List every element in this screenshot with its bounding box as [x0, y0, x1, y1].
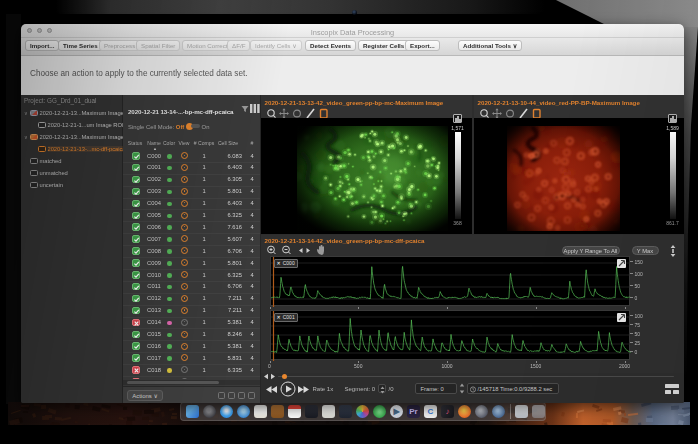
accepted-check-icon[interactable] [132, 331, 140, 339]
dock-icon-textedit[interactable] [322, 405, 335, 418]
view-cell-icon[interactable] [181, 200, 188, 207]
toolbar-button-additional-tools[interactable]: Additional Tools ∨ [458, 40, 522, 51]
view-cell-icon[interactable] [181, 331, 188, 338]
view-cell-icon[interactable] [181, 295, 188, 302]
view-cell-icon[interactable] [181, 259, 188, 266]
colorbar[interactable] [455, 132, 461, 219]
zoom-out-icon[interactable] [282, 246, 290, 254]
cell-color-swatch[interactable] [167, 321, 172, 326]
cell-color-swatch[interactable] [167, 344, 172, 349]
cell-row-C019[interactable]: C01915.8124 [123, 376, 260, 379]
cell-color-swatch[interactable] [167, 190, 172, 195]
toolbar-button-spatial-filter[interactable]: Spatial Filter [136, 40, 180, 51]
frame-field[interactable]: Frame: 0 [415, 383, 457, 394]
view-cell-icon[interactable] [181, 152, 188, 159]
dock-icon-notes[interactable] [254, 405, 267, 418]
rate-label[interactable]: Rate 1x [313, 386, 334, 392]
rect-roi-icon[interactable] [533, 110, 540, 119]
cell-color-swatch[interactable] [167, 261, 172, 266]
view-cell-icon[interactable] [181, 378, 188, 379]
accepted-check-icon[interactable] [132, 235, 140, 243]
frame-stepper[interactable] [459, 383, 465, 394]
dock-icon-photos[interactable] [356, 405, 369, 418]
scrubber-knob[interactable] [282, 374, 287, 379]
image-canvas[interactable]: 1,571368 [261, 118, 472, 234]
line-roi-icon[interactable] [307, 109, 314, 118]
zoom-icon[interactable] [267, 110, 275, 118]
dock-icon-premiere[interactable]: Pr [407, 405, 420, 418]
viewer-toolbar[interactable] [478, 106, 685, 118]
view-cell-icon[interactable] [181, 271, 188, 278]
cell-color-swatch[interactable] [167, 297, 172, 302]
single-cell-mode-on-label[interactable]: On [202, 124, 210, 130]
select-all-icon[interactable] [218, 392, 225, 399]
toolbar-button-detect-events[interactable]: Detect Events [305, 40, 356, 51]
toolbar-button-time-series[interactable]: Time Series [58, 40, 103, 51]
cell-color-swatch[interactable] [167, 285, 172, 290]
accepted-check-icon[interactable] [132, 354, 140, 362]
accepted-check-icon[interactable] [132, 164, 140, 172]
select-none-icon[interactable] [228, 392, 235, 399]
dock-icon-firefox[interactable] [458, 405, 471, 418]
cell-color-swatch[interactable] [167, 356, 172, 361]
colorbar[interactable] [670, 132, 676, 219]
cell-color-swatch[interactable] [167, 237, 172, 242]
dock-icon-blue-sphere[interactable] [492, 405, 505, 418]
columns-icon[interactable] [250, 104, 260, 113]
toolbar-button-export[interactable]: Export... [405, 40, 440, 51]
cell-color-swatch[interactable] [167, 368, 172, 373]
zoom-icon[interactable] [480, 110, 488, 118]
view-cell-icon[interactable] [181, 212, 188, 219]
view-cell-icon[interactable] [181, 307, 188, 314]
fast-forward-button[interactable] [298, 385, 310, 394]
trace-label-C000[interactable]: ✕C000 [274, 259, 298, 268]
view-cell-icon[interactable] [181, 224, 188, 231]
filter-icon[interactable] [241, 105, 249, 113]
dock-icon-launchpad[interactable] [203, 405, 216, 418]
apply-y-range-to-all-button[interactable]: Apply Y Range To All [562, 246, 620, 256]
cell-color-swatch[interactable] [167, 225, 172, 230]
dock-icon-trash[interactable] [532, 405, 545, 418]
trace-label-C001[interactable]: ✕C001 [274, 313, 298, 322]
export-trace-icon[interactable] [617, 313, 626, 322]
histogram-icon[interactable] [453, 114, 462, 123]
circle-roi-icon[interactable] [293, 110, 300, 117]
toolbar-button-preprocess[interactable]: Preprocess [99, 40, 140, 51]
tree-item-unmatched[interactable]: unmatched [24, 168, 68, 179]
dock-icon-finder[interactable] [186, 405, 199, 418]
tree-item-matched[interactable]: matched [24, 156, 61, 167]
view-cell-icon[interactable] [181, 319, 188, 326]
cell-color-swatch[interactable] [167, 249, 172, 254]
viewer-toolbar[interactable] [265, 106, 472, 118]
rewind-button[interactable] [266, 385, 278, 394]
image-canvas[interactable]: 1,589861.7 [474, 118, 685, 234]
cell-color-swatch[interactable] [167, 333, 172, 338]
horizontal-scrollbar[interactable] [123, 380, 260, 385]
tree-item-dataset-0[interactable]: ∨2020-12-21-13...Maximum Image [24, 108, 124, 119]
cell-color-swatch[interactable] [167, 309, 172, 314]
accepted-check-icon[interactable] [132, 200, 140, 208]
accepted-check-icon[interactable] [132, 212, 140, 220]
column-header-[interactable]: # [238, 140, 260, 146]
zoom-in-icon[interactable] [267, 246, 275, 254]
pan-hand-icon[interactable] [317, 245, 324, 255]
reject-all-icon[interactable] [248, 392, 255, 399]
dock-icon-sharing-green[interactable] [373, 405, 386, 418]
trace-plot-C000[interactable]: ✕C000 [270, 256, 630, 306]
accepted-check-icon[interactable] [132, 176, 140, 184]
cell-color-swatch[interactable] [167, 154, 172, 159]
cell-color-swatch[interactable] [167, 166, 172, 171]
view-cell-icon[interactable] [181, 247, 188, 254]
dock-icon-photos-dark[interactable] [339, 405, 352, 418]
accept-all-icon[interactable] [238, 392, 245, 399]
view-cell-icon[interactable] [181, 354, 188, 361]
cell-color-swatch[interactable] [167, 214, 172, 219]
fit-x-icon[interactable] [299, 248, 310, 253]
y-max-button[interactable]: Y Max [632, 246, 659, 256]
cell-color-swatch[interactable] [167, 202, 172, 207]
segment-stepper[interactable] [378, 384, 386, 393]
tree-item-dataset-2[interactable]: ∨2020-12-21-13...Maximum Image [24, 132, 124, 143]
dock-icon-music[interactable]: ♪ [441, 405, 454, 418]
accepted-check-icon[interactable] [132, 295, 140, 303]
view-cell-icon[interactable] [181, 188, 188, 195]
